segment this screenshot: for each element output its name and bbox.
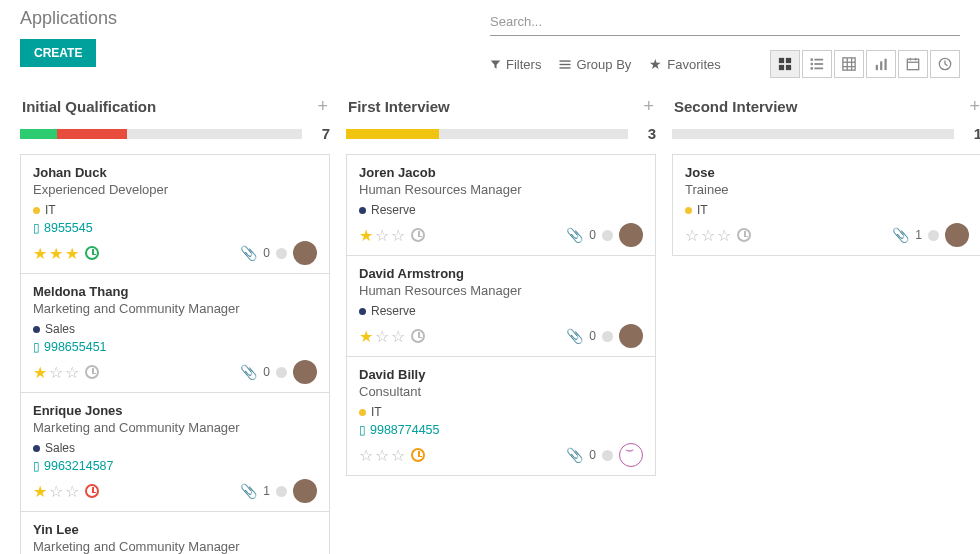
activity-clock-icon[interactable] xyxy=(85,484,99,498)
card-name: Yin Lee xyxy=(33,522,317,537)
card-stars[interactable]: ★☆☆ xyxy=(33,482,99,501)
card-tag: IT xyxy=(33,203,317,217)
activity-clock-icon[interactable] xyxy=(85,365,99,379)
card-phone[interactable]: ▯8955545 xyxy=(33,221,317,235)
kanban-card[interactable]: Meldona Thang Marketing and Community Ma… xyxy=(20,273,330,393)
star-icon[interactable]: ☆ xyxy=(391,446,405,465)
star-icon[interactable]: ☆ xyxy=(65,363,79,382)
funnel-icon xyxy=(490,59,501,70)
star-icon[interactable]: ☆ xyxy=(685,226,699,245)
paperclip-icon[interactable]: 📎 xyxy=(566,227,583,243)
star-icon[interactable]: ☆ xyxy=(375,446,389,465)
card-name: Joren Jacob xyxy=(359,165,643,180)
search-input[interactable] xyxy=(490,8,960,36)
card-stars[interactable]: ★★★ xyxy=(33,244,99,263)
paperclip-icon[interactable]: 📎 xyxy=(566,328,583,344)
star-icon[interactable]: ☆ xyxy=(391,327,405,346)
groupby-label: Group By xyxy=(576,57,631,72)
star-icon[interactable]: ☆ xyxy=(701,226,715,245)
view-calendar-button[interactable] xyxy=(898,50,928,78)
kanban-card[interactable]: Jose Trainee IT ☆☆☆ 📎 1 xyxy=(672,154,980,256)
avatar[interactable] xyxy=(293,241,317,265)
card-phone[interactable]: ▯9963214587 xyxy=(33,459,317,473)
avatar[interactable] xyxy=(293,360,317,384)
avatar[interactable] xyxy=(945,223,969,247)
star-icon[interactable]: ★ xyxy=(49,244,63,263)
status-dot-icon[interactable] xyxy=(602,331,613,342)
kanban-card[interactable]: David Billy Consultant IT▯9988774455 ☆☆☆… xyxy=(346,356,656,476)
star-icon[interactable]: ★ xyxy=(33,363,47,382)
star-icon[interactable]: ☆ xyxy=(717,226,731,245)
kanban-card[interactable]: David Armstrong Human Resources Manager … xyxy=(346,255,656,357)
card-stars[interactable]: ★☆☆ xyxy=(33,363,99,382)
view-graph-button[interactable] xyxy=(866,50,896,78)
activity-clock-icon[interactable] xyxy=(411,448,425,462)
svg-rect-5 xyxy=(779,65,784,70)
avatar[interactable] xyxy=(619,443,643,467)
status-dot-icon[interactable] xyxy=(928,230,939,241)
card-stars[interactable]: ☆☆☆ xyxy=(359,446,425,465)
star-icon[interactable]: ★ xyxy=(33,482,47,501)
svg-rect-12 xyxy=(814,68,823,70)
paperclip-icon[interactable]: 📎 xyxy=(892,227,909,243)
column-add-button[interactable]: + xyxy=(969,96,980,117)
avatar[interactable] xyxy=(293,479,317,503)
activity-clock-icon[interactable] xyxy=(411,329,425,343)
star-icon[interactable]: ☆ xyxy=(375,226,389,245)
star-icon[interactable]: ☆ xyxy=(49,482,63,501)
status-dot-icon[interactable] xyxy=(276,486,287,497)
filters-label: Filters xyxy=(506,57,541,72)
paperclip-icon[interactable]: 📎 xyxy=(566,447,583,463)
star-icon[interactable]: ★ xyxy=(359,327,373,346)
status-dot-icon[interactable] xyxy=(276,248,287,259)
avatar[interactable] xyxy=(619,223,643,247)
card-phone[interactable]: ▯998655451 xyxy=(33,340,317,354)
card-stars[interactable]: ☆☆☆ xyxy=(685,226,751,245)
column-title[interactable]: Initial Qualification xyxy=(22,98,156,115)
kanban-card[interactable]: Enrique Jones Marketing and Community Ma… xyxy=(20,392,330,512)
status-dot-icon[interactable] xyxy=(276,367,287,378)
avatar[interactable] xyxy=(619,324,643,348)
kanban-card[interactable]: Johan Duck Experienced Developer IT▯8955… xyxy=(20,154,330,274)
column-title[interactable]: Second Interview xyxy=(674,98,797,115)
star-icon[interactable]: ☆ xyxy=(49,363,63,382)
column-add-button[interactable]: + xyxy=(317,96,328,117)
filters-button[interactable]: Filters xyxy=(490,56,541,72)
star-icon[interactable]: ☆ xyxy=(65,482,79,501)
groupby-button[interactable]: Group By xyxy=(559,56,631,72)
star-icon[interactable]: ☆ xyxy=(375,327,389,346)
card-stars[interactable]: ★☆☆ xyxy=(359,327,425,346)
view-list-button[interactable] xyxy=(802,50,832,78)
activity-clock-icon[interactable] xyxy=(85,246,99,260)
card-stars[interactable]: ★☆☆ xyxy=(359,226,425,245)
phone-number: 9988774455 xyxy=(370,423,440,437)
card-name: Johan Duck xyxy=(33,165,317,180)
view-activity-button[interactable] xyxy=(930,50,960,78)
star-icon[interactable]: ☆ xyxy=(359,446,373,465)
status-dot-icon[interactable] xyxy=(602,450,613,461)
kanban-card[interactable]: Joren Jacob Human Resources Manager Rese… xyxy=(346,154,656,256)
activity-clock-icon[interactable] xyxy=(737,228,751,242)
paperclip-icon[interactable]: 📎 xyxy=(240,364,257,380)
paperclip-icon[interactable]: 📎 xyxy=(240,245,257,261)
paperclip-icon[interactable]: 📎 xyxy=(240,483,257,499)
star-icon[interactable]: ★ xyxy=(359,226,373,245)
star-icon[interactable]: ★ xyxy=(33,244,47,263)
attachment-count: 0 xyxy=(589,448,596,462)
kanban-card[interactable]: Yin Lee Marketing and Community Manager xyxy=(20,511,330,554)
status-dot-icon[interactable] xyxy=(602,230,613,241)
column-title[interactable]: First Interview xyxy=(348,98,450,115)
activity-clock-icon[interactable] xyxy=(411,228,425,242)
star-icon[interactable]: ☆ xyxy=(391,226,405,245)
column-add-button[interactable]: + xyxy=(643,96,654,117)
phone-icon: ▯ xyxy=(33,221,40,235)
card-name: David Armstrong xyxy=(359,266,643,281)
kanban-column: Second Interview + 1 Jose Trainee IT ☆☆☆… xyxy=(672,90,980,554)
view-kanban-button[interactable] xyxy=(770,50,800,78)
svg-rect-19 xyxy=(880,61,882,70)
card-phone[interactable]: ▯9988774455 xyxy=(359,423,643,437)
view-pivot-button[interactable] xyxy=(834,50,864,78)
star-icon[interactable]: ★ xyxy=(65,244,79,263)
create-button[interactable]: CREATE xyxy=(20,39,96,67)
favorites-button[interactable]: ★ Favorites xyxy=(649,56,720,72)
